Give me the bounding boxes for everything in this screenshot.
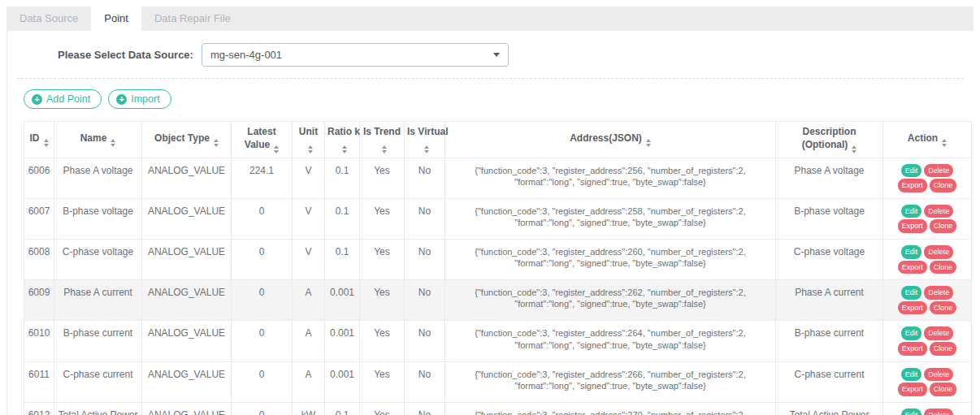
table-body: 6006 Phase A voltage ANALOG_VALUE 224.1 … — [24, 158, 972, 415]
column-header-label: Object Type — [154, 132, 210, 144]
column-header-action[interactable]: Action — [883, 122, 972, 158]
cell-id: 6010 — [24, 321, 54, 361]
action-buttons: EditDeleteExportClone — [886, 326, 969, 355]
edit-button[interactable]: Edit — [901, 164, 922, 178]
cell-action: EditDeleteExportClone — [883, 198, 972, 239]
cell-action: EditDeleteExportClone — [883, 158, 972, 198]
column-header-is-virtual[interactable]: Is Virtual — [405, 122, 445, 158]
cell-is-virtual: No — [405, 198, 445, 239]
tab-data-repair-file[interactable]: Data Repair File — [141, 6, 244, 31]
edit-button[interactable]: Edit — [901, 326, 922, 340]
cell-latest-value: 0 — [232, 239, 293, 279]
export-button[interactable]: Export — [898, 342, 927, 356]
cell-id: 6006 — [24, 158, 54, 198]
column-header-is-trend[interactable]: Is Trend — [360, 122, 405, 158]
cell-is-virtual: No — [405, 402, 445, 415]
cell-id: 6011 — [24, 361, 54, 402]
column-header-id[interactable]: ID — [24, 122, 54, 158]
column-header-label: Action — [908, 132, 938, 144]
delete-button[interactable]: Delete — [924, 286, 953, 300]
edit-button[interactable]: Edit — [901, 245, 922, 259]
action-buttons: EditDeleteExportClone — [886, 245, 969, 274]
cell-description: B-phase voltage — [776, 198, 883, 239]
cell-action: EditDeleteExportClone — [883, 239, 972, 279]
column-header-label: Latest Value — [245, 126, 276, 150]
cell-is-virtual: No — [405, 280, 445, 321]
column-header-name[interactable]: Name — [54, 122, 142, 158]
cell-is-virtual: No — [405, 361, 445, 402]
action-buttons: EditDeleteExportClone — [886, 164, 969, 192]
cell-description: C-phase current — [776, 361, 883, 402]
delete-button[interactable]: Delete — [924, 368, 953, 382]
points-table: IDNameObject TypeLatest ValueUnitRatio k… — [24, 121, 972, 415]
column-header-label: Unit — [299, 126, 318, 137]
sort-icon — [852, 145, 856, 153]
tab-bar: Data SourcePointData Repair File — [7, 6, 973, 31]
sort-icon — [342, 145, 347, 153]
add-point-button[interactable]: + Add Point — [24, 89, 102, 109]
plus-circle-icon: + — [32, 94, 42, 105]
export-button[interactable]: Export — [898, 179, 927, 192]
cell-action: EditDeleteExportClone — [883, 280, 972, 321]
column-header-unit[interactable]: Unit — [293, 122, 325, 158]
cell-address-json: {"function_code":3, "register_address":2… — [445, 239, 776, 279]
table-row: 6008 C-phase voltage ANALOG_VALUE 0 V 0.… — [24, 239, 972, 279]
cell-latest-value: 0 — [232, 402, 293, 415]
cell-id: 6012 — [24, 402, 54, 415]
cell-name: Phase A voltage — [54, 158, 142, 198]
cell-address-json: {"function_code":3, "register_address":2… — [445, 198, 776, 239]
cell-is-virtual: No — [405, 239, 445, 279]
data-source-selected-value: mg-sen-4g-001 — [210, 49, 282, 61]
column-header-ratio-k[interactable]: Ratio k — [325, 122, 360, 158]
cell-action: EditDeleteExportClone — [883, 402, 972, 415]
clone-button[interactable]: Clone — [930, 342, 957, 356]
data-source-select[interactable]: mg-sen-4g-001 — [202, 43, 509, 67]
column-header-description-optional[interactable]: Description (Optional) — [776, 122, 883, 158]
clone-button[interactable]: Clone — [930, 219, 957, 233]
cell-name: Phase A current — [54, 280, 142, 321]
column-header-latest-value[interactable]: Latest Value — [232, 122, 293, 158]
clone-button[interactable]: Clone — [930, 383, 957, 396]
tab-point[interactable]: Point — [91, 6, 141, 31]
table-row: 6010 B-phase current ANALOG_VALUE 0 A 0.… — [24, 321, 972, 361]
delete-button[interactable]: Delete — [924, 205, 953, 218]
delete-button[interactable]: Delete — [924, 245, 953, 259]
cell-name: B-phase current — [54, 321, 142, 361]
plus-circle-icon: + — [116, 94, 127, 105]
export-button[interactable]: Export — [898, 219, 927, 233]
cell-object-type: ANALOG_VALUE — [142, 321, 232, 361]
import-button[interactable]: + Import — [108, 89, 171, 109]
export-button[interactable]: Export — [898, 261, 927, 275]
edit-button[interactable]: Edit — [901, 286, 922, 300]
export-button[interactable]: Export — [898, 383, 927, 396]
cell-is-trend: Yes — [360, 239, 405, 279]
edit-button[interactable]: Edit — [901, 205, 922, 218]
clone-button[interactable]: Clone — [930, 301, 957, 315]
delete-button[interactable]: Delete — [924, 409, 953, 415]
clone-button[interactable]: Clone — [930, 179, 957, 192]
column-header-address-json[interactable]: Address(JSON) — [445, 122, 776, 158]
export-button[interactable]: Export — [898, 301, 927, 315]
tab-data-source[interactable]: Data Source — [7, 6, 91, 31]
sort-icon — [424, 145, 429, 153]
edit-button[interactable]: Edit — [901, 409, 922, 415]
data-source-label: Please Select Data Source: — [58, 49, 193, 61]
cell-is-virtual: No — [405, 158, 445, 198]
column-header-object-type[interactable]: Object Type — [142, 122, 232, 158]
cell-id: 6007 — [24, 198, 54, 239]
cell-object-type: ANALOG_VALUE — [142, 280, 232, 321]
clone-button[interactable]: Clone — [930, 261, 957, 275]
sort-icon — [646, 139, 651, 147]
cell-object-type: ANALOG_VALUE — [142, 198, 232, 239]
action-buttons: EditDeleteExportClone — [886, 205, 969, 233]
table-header-row: IDNameObject TypeLatest ValueUnitRatio k… — [24, 122, 972, 158]
cell-object-type: ANALOG_VALUE — [142, 361, 232, 402]
cell-ratio-k: 0.001 — [325, 361, 360, 402]
edit-button[interactable]: Edit — [901, 368, 922, 382]
table-row: 6006 Phase A voltage ANALOG_VALUE 224.1 … — [24, 158, 972, 198]
chevron-down-icon — [493, 53, 500, 57]
cell-unit: V — [293, 239, 325, 279]
delete-button[interactable]: Delete — [924, 326, 953, 340]
delete-button[interactable]: Delete — [924, 164, 953, 178]
cell-is-trend: Yes — [360, 361, 405, 402]
